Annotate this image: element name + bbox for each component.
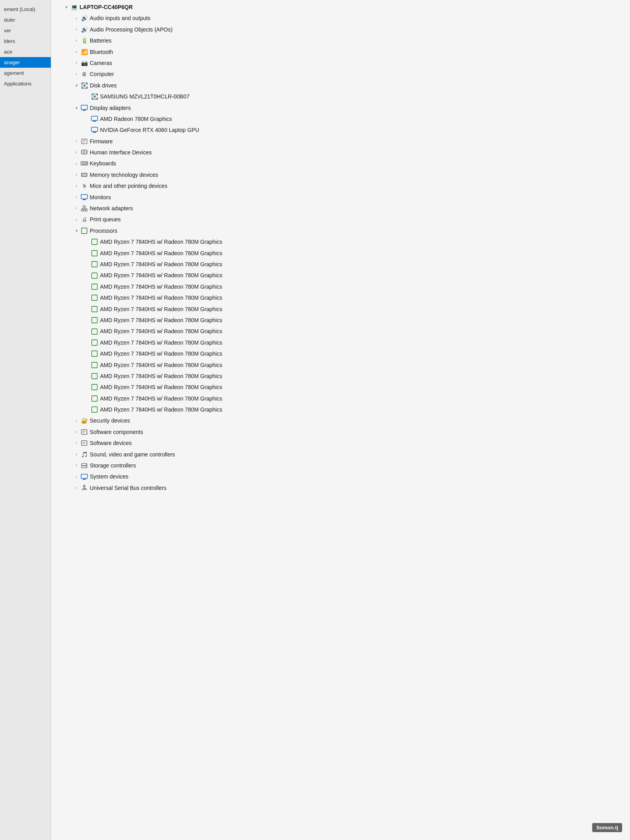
toggle-usb[interactable]: › bbox=[73, 485, 80, 491]
svg-rect-36 bbox=[92, 317, 97, 323]
tree-cpu-11[interactable]: · AMD Ryzen 7 7840HS w/ Radeon 780M Grap… bbox=[51, 360, 630, 371]
toggle-display-adapters[interactable]: ∨ bbox=[73, 105, 80, 111]
tree-computer[interactable]: › 🖥 Computer bbox=[51, 69, 630, 80]
tree-cpu-0[interactable]: · AMD Ryzen 7 7840HS w/ Radeon 780M Grap… bbox=[51, 236, 630, 247]
toggle-root[interactable]: ∨ bbox=[63, 4, 69, 10]
toggle-memory-tech[interactable]: › bbox=[73, 172, 80, 178]
tree-print[interactable]: › 🖨 Print queues bbox=[51, 214, 630, 225]
svg-rect-61 bbox=[85, 489, 87, 490]
bluetooth-icon: 📶 bbox=[80, 48, 88, 56]
tree-cpu-1[interactable]: · AMD Ryzen 7 7840HS w/ Radeon 780M Grap… bbox=[51, 248, 630, 259]
tree-cameras[interactable]: › 📷 Cameras bbox=[51, 57, 630, 69]
cpu-6-label: AMD Ryzen 7 7840HS w/ Radeon 780M Graphi… bbox=[100, 305, 222, 313]
tree-nvidia[interactable]: › NVIDIA GeForce RTX 4060 Laptop GPU bbox=[51, 124, 630, 135]
tree-hid[interactable]: › Human Interface Devices bbox=[51, 147, 630, 158]
tree-cpu-8[interactable]: · AMD Ryzen 7 7840HS w/ Radeon 780M Grap… bbox=[51, 326, 630, 337]
tree-disk-drives[interactable]: ∨ 💽 Disk drives bbox=[51, 80, 630, 91]
tree-software-dev[interactable]: › Software devices bbox=[51, 438, 630, 449]
tree-samsung[interactable]: › 💽 SAMSUNG MZVL21T0HCLR-00B07 bbox=[51, 91, 630, 102]
toggle-print[interactable]: › bbox=[73, 217, 80, 223]
tree-security[interactable]: › 🔐 Security devices bbox=[51, 415, 630, 426]
cpu-1-label: AMD Ryzen 7 7840HS w/ Radeon 780M Graphi… bbox=[100, 249, 222, 258]
network-icon bbox=[80, 205, 88, 212]
toggle-cameras[interactable]: › bbox=[73, 60, 80, 66]
toggle-disk-drives[interactable]: ∨ bbox=[73, 82, 80, 89]
software-comp-label: Software components bbox=[90, 428, 143, 436]
amd-radeon-icon bbox=[91, 115, 98, 122]
usb-icon bbox=[80, 484, 88, 491]
cpu-0-icon bbox=[91, 238, 98, 245]
tree-batteries[interactable]: › 🔋 Batteries bbox=[51, 35, 630, 46]
tree-root[interactable]: ∨ 💻 LAPTOP-CC40P6QR bbox=[51, 2, 630, 13]
software-comp-icon bbox=[80, 428, 88, 436]
tree-cpu-10[interactable]: · AMD Ryzen 7 7840HS w/ Radeon 780M Grap… bbox=[51, 348, 630, 359]
tree-network[interactable]: › Network adapters bbox=[51, 203, 630, 214]
tree-bluetooth[interactable]: › 📶 Bluetooth bbox=[51, 46, 630, 57]
sidebar-item-scheduler[interactable]: duler bbox=[0, 15, 51, 25]
toggle-monitors[interactable]: › bbox=[73, 194, 80, 200]
sidebar-item-management[interactable]: ement (Local) bbox=[0, 4, 51, 15]
tree-usb[interactable]: › Universal Serial Bus controllers bbox=[51, 482, 630, 493]
batteries-label: Batteries bbox=[90, 36, 111, 45]
toggle-hid[interactable]: › bbox=[73, 149, 80, 156]
tree-firmware[interactable]: › Firmware bbox=[51, 136, 630, 147]
tree-cpu-14[interactable]: · AMD Ryzen 7 7840HS w/ Radeon 780M Grap… bbox=[51, 393, 630, 404]
tree-keyboards[interactable]: › ⌨ Keyboards bbox=[51, 158, 630, 169]
sidebar-item-applications[interactable]: Applications bbox=[0, 78, 51, 89]
tree-cpu-9[interactable]: · AMD Ryzen 7 7840HS w/ Radeon 780M Grap… bbox=[51, 337, 630, 348]
tree-monitors[interactable]: › Monitors bbox=[51, 192, 630, 203]
print-icon: 🖨 bbox=[80, 216, 88, 223]
toggle-system[interactable]: › bbox=[73, 474, 80, 480]
sidebar-item-ace[interactable]: ace bbox=[0, 46, 51, 57]
toggle-batteries[interactable]: › bbox=[73, 37, 80, 44]
toggle-network[interactable]: › bbox=[73, 205, 80, 211]
tree-cpu-2[interactable]: · AMD Ryzen 7 7840HS w/ Radeon 780M Grap… bbox=[51, 259, 630, 270]
tree-software-comp[interactable]: › Software components bbox=[51, 426, 630, 438]
tree-storage[interactable]: › Storage controllers bbox=[51, 460, 630, 471]
sidebar-item-agement[interactable]: agement bbox=[0, 68, 51, 78]
tree-cpu-3[interactable]: · AMD Ryzen 7 7840HS w/ Radeon 780M Grap… bbox=[51, 270, 630, 281]
tree-amd-radeon[interactable]: › AMD Radeon 780M Graphics bbox=[51, 113, 630, 124]
sidebar-item-viewer[interactable]: ver bbox=[0, 25, 51, 36]
cpu-5-icon bbox=[91, 294, 98, 301]
tree-cpu-5[interactable]: · AMD Ryzen 7 7840HS w/ Radeon 780M Grap… bbox=[51, 292, 630, 303]
main-content: ∨ 💻 LAPTOP-CC40P6QR › 🔊 Audio inputs and… bbox=[51, 0, 630, 840]
tree-cpu-6[interactable]: · AMD Ryzen 7 7840HS w/ Radeon 780M Grap… bbox=[51, 304, 630, 315]
toggle-sound[interactable]: › bbox=[73, 451, 80, 458]
tree-system[interactable]: › System devices bbox=[51, 471, 630, 482]
toggle-mice[interactable]: › bbox=[73, 183, 80, 189]
toggle-keyboards[interactable]: › bbox=[73, 161, 80, 167]
samsung-label: SAMSUNG MZVL21T0HCLR-00B07 bbox=[100, 92, 189, 101]
tree-cpu-7[interactable]: · AMD Ryzen 7 7840HS w/ Radeon 780M Grap… bbox=[51, 315, 630, 326]
toggle-audio-io[interactable]: › bbox=[73, 15, 80, 22]
tree-mice[interactable]: › 🖱 Mice and other pointing devices bbox=[51, 180, 630, 191]
sidebar-item-manager[interactable]: anager bbox=[0, 57, 51, 68]
tree-display-adapters[interactable]: ∨ Display adapters bbox=[51, 102, 630, 113]
software-dev-icon bbox=[80, 439, 88, 447]
toggle-audio-proc[interactable]: › bbox=[73, 26, 80, 33]
toggle-security[interactable]: › bbox=[73, 418, 80, 424]
tree-memory-tech[interactable]: › Memory technology devices bbox=[51, 169, 630, 180]
sidebar-item-folders[interactable]: lders bbox=[0, 36, 51, 46]
cpu-13-icon bbox=[91, 384, 98, 391]
toggle-processors[interactable]: ∨ bbox=[73, 228, 80, 234]
svg-rect-31 bbox=[92, 261, 97, 267]
tree-cpu-15[interactable]: · AMD Ryzen 7 7840HS w/ Radeon 780M Grap… bbox=[51, 404, 630, 415]
toggle-software-comp[interactable]: › bbox=[73, 429, 80, 435]
toggle-storage[interactable]: › bbox=[73, 462, 80, 469]
tree-sound[interactable]: › 🎵 Sound, video and game controllers bbox=[51, 449, 630, 460]
tree-cpu-4[interactable]: · AMD Ryzen 7 7840HS w/ Radeon 780M Grap… bbox=[51, 281, 630, 292]
svg-rect-39 bbox=[92, 351, 97, 356]
tree-cpu-12[interactable]: · AMD Ryzen 7 7840HS w/ Radeon 780M Grap… bbox=[51, 371, 630, 382]
mice-icon: 🖱 bbox=[80, 182, 88, 189]
tree-processors[interactable]: ∨ Processors bbox=[51, 225, 630, 236]
tree-cpu-13[interactable]: · AMD Ryzen 7 7840HS w/ Radeon 780M Grap… bbox=[51, 382, 630, 393]
toggle-software-dev[interactable]: › bbox=[73, 440, 80, 446]
toggle-firmware[interactable]: › bbox=[73, 138, 80, 145]
cpu-4-icon bbox=[91, 283, 98, 290]
tree-audio-io[interactable]: › 🔊 Audio inputs and outputs bbox=[51, 13, 630, 24]
tree-audio-proc[interactable]: › 🔊 Audio Processing Objects (APOs) bbox=[51, 24, 630, 35]
toggle-computer[interactable]: › bbox=[73, 71, 80, 78]
svg-rect-18 bbox=[83, 199, 86, 200]
toggle-bluetooth[interactable]: › bbox=[73, 49, 80, 55]
